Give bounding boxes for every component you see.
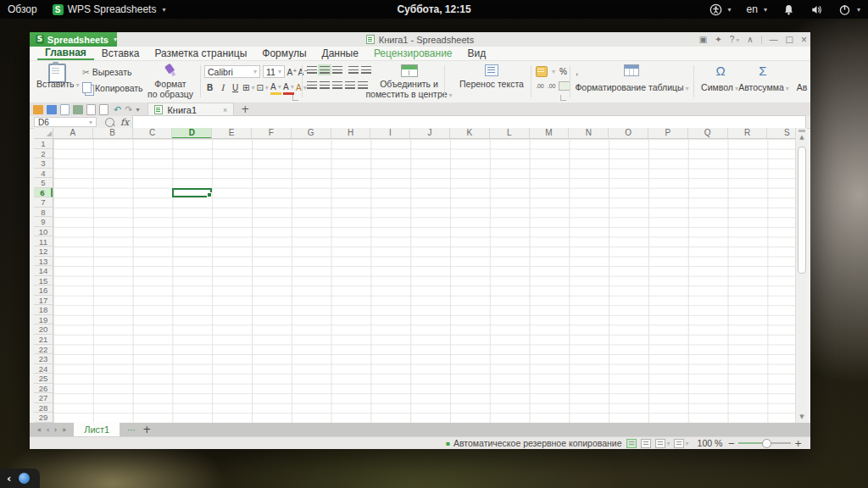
keyboard-layout-menu[interactable]: en ▾: [739, 0, 775, 19]
menu-tab-Вид[interactable]: Вид: [460, 47, 494, 60]
decrease-decimal-button[interactable]: .00: [548, 83, 556, 89]
column-header-E[interactable]: E: [212, 128, 252, 138]
row-header-20[interactable]: 20: [34, 324, 53, 335]
symbol-button[interactable]: Символ▾: [698, 82, 742, 92]
minimize-button[interactable]: —: [770, 35, 778, 44]
search-icon[interactable]: [105, 118, 114, 127]
row-header-1[interactable]: 1: [34, 139, 53, 149]
column-header-S[interactable]: S: [767, 128, 795, 138]
first-sheet-button[interactable]: «: [35, 426, 44, 434]
truncated-ribbon-button[interactable]: Ав: [791, 82, 810, 92]
redo-button[interactable]: ↷: [125, 104, 132, 115]
qat-more-dropdown[interactable]: ▾: [136, 106, 139, 114]
column-header-B[interactable]: B: [93, 128, 133, 138]
column-header-G[interactable]: G: [292, 128, 331, 138]
column-header-I[interactable]: I: [370, 128, 410, 138]
insert-function-button[interactable]: fx: [120, 117, 129, 128]
underline-button[interactable]: U: [230, 82, 241, 94]
menu-tab-Рецензирование[interactable]: Рецензирование: [366, 47, 460, 60]
column-header-D[interactable]: D: [172, 128, 212, 139]
sheet-list-button[interactable]: ⋯: [127, 425, 136, 435]
row-header-5[interactable]: 5: [34, 178, 53, 188]
vertical-scroll-thumb[interactable]: [798, 147, 806, 274]
active-cell-d6[interactable]: [172, 188, 212, 198]
vertical-scrollbar[interactable]: ▲ ▼: [795, 128, 807, 423]
row-header-2[interactable]: 2: [34, 149, 53, 159]
zoom-slider[interactable]: [738, 442, 791, 444]
row-header-14[interactable]: 14: [34, 266, 53, 276]
menu-tab-Формулы[interactable]: Формулы: [254, 47, 314, 60]
column-header-P[interactable]: P: [648, 128, 688, 138]
column-header-A[interactable]: A: [53, 128, 93, 138]
select-all-corner[interactable]: ◢: [34, 128, 53, 139]
row-header-3[interactable]: 3: [34, 158, 53, 169]
row-header-17[interactable]: 17: [34, 296, 53, 306]
row-header-8[interactable]: 8: [34, 208, 53, 218]
column-header-J[interactable]: J: [410, 128, 450, 138]
app-home-tab[interactable]: S Spreadsheets ▾: [30, 32, 117, 47]
row-header-16[interactable]: 16: [34, 286, 53, 296]
row-header-19[interactable]: 19: [34, 315, 53, 325]
increase-font-button[interactable]: A⁺: [287, 66, 298, 78]
menu-tab-Данные[interactable]: Данные: [314, 47, 366, 60]
activities-button[interactable]: Обзор: [0, 0, 45, 19]
decrease-indent-icon[interactable]: [348, 66, 359, 74]
row-header-27[interactable]: 27: [34, 393, 53, 403]
row-header-28[interactable]: 28: [34, 403, 53, 413]
italic-button[interactable]: I: [217, 82, 228, 94]
autobackup-label[interactable]: Автоматическое резервное копирование: [453, 438, 622, 448]
maximize-button[interactable]: □: [786, 35, 793, 44]
paste-button[interactable]: Вставить▾: [36, 79, 80, 89]
comma-style-button[interactable]: ,: [571, 65, 582, 77]
output-icon[interactable]: [60, 104, 70, 115]
number-dialog-launcher-icon[interactable]: [560, 95, 566, 101]
volume-control[interactable]: [803, 0, 831, 19]
increase-decimal-button[interactable]: .00: [536, 83, 544, 89]
row-header-22[interactable]: 22: [34, 345, 53, 355]
page-layout-view-button[interactable]: [641, 439, 651, 448]
align-right-icon[interactable]: [332, 81, 342, 89]
scroll-up-arrow[interactable]: ▲: [796, 134, 808, 141]
feedback-icon[interactable]: ▣: [699, 35, 707, 44]
column-header-K[interactable]: K: [450, 128, 490, 138]
zoom-level[interactable]: 100 %: [698, 438, 723, 448]
bold-button[interactable]: B: [204, 82, 215, 94]
spreadsheet-grid[interactable]: [53, 139, 795, 423]
clock[interactable]: Суббота, 12:15: [397, 3, 470, 15]
row-header-25[interactable]: 25: [34, 374, 53, 384]
sheet-tab-list1[interactable]: Лист1: [74, 423, 120, 436]
row-header-18[interactable]: 18: [34, 305, 53, 315]
collapse-ribbon-button[interactable]: ∧: [747, 35, 753, 44]
justify-icon[interactable]: [345, 81, 355, 89]
row-header-9[interactable]: 9: [34, 217, 53, 227]
zoom-out-button[interactable]: −: [727, 438, 735, 448]
column-header-N[interactable]: N: [569, 128, 609, 138]
column-header-Q[interactable]: Q: [688, 128, 728, 138]
column-header-L[interactable]: L: [490, 128, 530, 138]
font-name-select[interactable]: Calibri▾: [204, 65, 260, 78]
reading-layout-button[interactable]: [674, 439, 684, 448]
row-header-10[interactable]: 10: [34, 227, 53, 237]
table-format-button[interactable]: Форматирование таблицы▾: [575, 82, 689, 92]
row-header-15[interactable]: 15: [34, 276, 53, 286]
column-header-C[interactable]: C: [133, 128, 173, 138]
row-header-24[interactable]: 24: [34, 364, 53, 374]
font-color-button[interactable]: A▾: [283, 80, 294, 95]
split-handle[interactable]: [798, 130, 805, 132]
notification-dot-icon[interactable]: [19, 473, 30, 484]
notification-bell[interactable]: [775, 0, 803, 19]
row-header-26[interactable]: 26: [34, 384, 53, 394]
print-icon[interactable]: [73, 105, 83, 114]
new-document-tab-button[interactable]: +: [241, 103, 249, 115]
last-sheet-button[interactable]: »: [59, 426, 69, 434]
fill-color-button[interactable]: A▾: [270, 80, 281, 95]
autosum-button[interactable]: Автосумма▾: [737, 82, 790, 92]
row-header-13[interactable]: 13: [34, 257, 53, 267]
print-preview-icon[interactable]: [86, 104, 96, 115]
merge-center-button[interactable]: Объединить и поместить в центре▾: [364, 79, 453, 99]
column-header-F[interactable]: F: [252, 128, 292, 138]
scroll-down-arrow[interactable]: ▼: [796, 413, 808, 420]
add-sheet-button[interactable]: +: [142, 424, 151, 435]
row-header-29[interactable]: 29: [34, 413, 53, 423]
cut-button[interactable]: ✂ Вырезать: [82, 67, 131, 77]
